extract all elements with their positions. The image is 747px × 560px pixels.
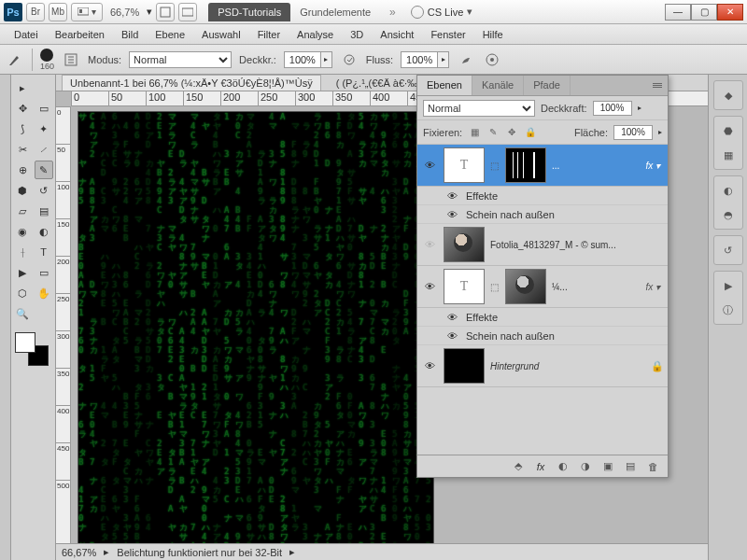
layer-row[interactable]: 👁 T ⬚ ¼... fx ▾: [417, 266, 668, 308]
delete-layer-icon[interactable]: 🗑: [645, 459, 660, 474]
brush-preview-icon[interactable]: [40, 49, 53, 62]
lock-paint-icon[interactable]: ✎: [486, 126, 500, 139]
menu-filter[interactable]: Filter: [249, 26, 289, 43]
tab-ebenen[interactable]: Ebenen: [417, 76, 472, 95]
layer-row[interactable]: 👁 T ⬚ ... fx ▾: [417, 145, 668, 187]
healing-tool[interactable]: ⊕: [13, 161, 32, 179]
lock-all-icon[interactable]: 🔒: [524, 126, 537, 139]
panel-menu-icon[interactable]: [647, 76, 668, 95]
visibility-toggle-icon[interactable]: 👁: [421, 236, 438, 253]
pen-tool[interactable]: ⟊: [13, 243, 32, 261]
screen-mode-button[interactable]: [178, 3, 197, 21]
ruler-vertical[interactable]: 050100150200250300350400450500: [56, 106, 71, 543]
layer-name[interactable]: Fotolia_4813297_M - © sum...: [490, 240, 664, 250]
visibility-toggle-icon[interactable]: 👁: [421, 357, 438, 374]
document-tab[interactable]: Unbenannt-1 bei 66,7% (¼:xÄ•Y €3öÚ€yÈ8¦!…: [62, 75, 321, 91]
stamp-tool[interactable]: ⬢: [13, 181, 32, 200]
status-zoom[interactable]: 66,67%: [62, 547, 96, 558]
layer-mask-thumbnail[interactable]: [505, 269, 546, 304]
type-tool[interactable]: T: [35, 243, 53, 261]
layer-fx-badge[interactable]: fx ▾: [645, 282, 664, 292]
hand-tool[interactable]: ✋: [35, 284, 53, 302]
workspace-tab-grundelemente[interactable]: Grundelemente: [290, 3, 380, 21]
layer-name[interactable]: Hintergrund: [490, 361, 645, 371]
lasso-tool[interactable]: ⟆: [13, 119, 32, 138]
tools-collapse-icon[interactable]: ▸: [13, 78, 32, 97]
shape-tool[interactable]: ▭: [35, 263, 53, 282]
mask-link-icon[interactable]: ⬚: [490, 282, 500, 292]
bridge-button[interactable]: Br: [26, 3, 45, 21]
tablet-size-icon[interactable]: [483, 50, 501, 69]
opacity-arrow-icon[interactable]: ▸: [321, 51, 332, 68]
layer-fx-badge[interactable]: fx ▾: [645, 161, 664, 171]
swatches-panel-icon[interactable]: ⬣: [717, 119, 740, 142]
layer-effect-outer-glow[interactable]: 👁Schein nach außen: [417, 327, 668, 345]
layer-name[interactable]: ...: [552, 161, 640, 171]
tablet-opacity-icon[interactable]: [340, 50, 359, 69]
layer-row[interactable]: 👁 Fotolia_4813297_M - © sum...: [417, 224, 668, 266]
visibility-toggle-icon[interactable]: 👁: [445, 189, 458, 203]
styles-panel-icon[interactable]: ▦: [717, 144, 740, 166]
3d-tool[interactable]: ⬡: [13, 284, 32, 302]
path-select-tool[interactable]: ▶: [13, 263, 32, 282]
history-panel-icon[interactable]: ↺: [717, 239, 740, 261]
lock-transparency-icon[interactable]: ▦: [468, 126, 481, 139]
minimize-button[interactable]: —: [665, 4, 691, 21]
layer-row[interactable]: 👁 Hintergrund 🔒: [417, 345, 668, 387]
view-rulers-button[interactable]: [156, 3, 175, 21]
eyedropper-tool[interactable]: ⟋: [35, 140, 53, 159]
visibility-toggle-icon[interactable]: 👁: [421, 278, 438, 295]
adjustment-layer-icon[interactable]: ◑: [578, 459, 593, 474]
cslive-button[interactable]: CS Live▾: [411, 6, 473, 19]
blur-tool[interactable]: ◉: [13, 222, 32, 241]
gradient-tool[interactable]: ▤: [35, 202, 53, 220]
menu-bearbeiten[interactable]: Bearbeiten: [47, 26, 113, 43]
magic-wand-tool[interactable]: ✦: [35, 119, 53, 138]
adjustments-panel-icon[interactable]: ◐: [717, 179, 740, 202]
view-extras-button[interactable]: ▾: [71, 3, 103, 21]
menu-hilfe[interactable]: Hilfe: [474, 26, 512, 43]
close-button[interactable]: ✕: [717, 4, 743, 21]
layer-mask-thumbnail[interactable]: [505, 147, 546, 183]
layer-blend-mode-select[interactable]: Normal: [423, 100, 535, 117]
lock-position-icon[interactable]: ✥: [505, 126, 518, 139]
layer-thumbnail[interactable]: T: [444, 147, 485, 183]
visibility-toggle-icon[interactable]: 👁: [445, 329, 458, 343]
visibility-toggle-icon[interactable]: 👁: [445, 311, 458, 324]
layer-effects-row[interactable]: 👁Effekte: [417, 308, 668, 327]
blend-mode-select[interactable]: Normal: [129, 51, 232, 68]
menu-3d[interactable]: 3D: [342, 26, 372, 43]
zoom-level-display[interactable]: 66,7%: [106, 7, 143, 18]
layer-thumbnail[interactable]: T: [444, 269, 485, 304]
crop-tool[interactable]: ✂: [13, 140, 32, 159]
dodge-tool[interactable]: ◐: [35, 222, 53, 241]
layer-thumbnail[interactable]: [444, 227, 485, 262]
foreground-color-swatch[interactable]: [15, 332, 35, 353]
canvas[interactable]: サ ヤ ナ 9 5 タ B E 0 A A ワ 2 1 7 6 0 タ 2 ナ …: [78, 112, 433, 543]
menu-bild[interactable]: Bild: [113, 26, 147, 43]
layer-style-icon[interactable]: fx: [533, 459, 548, 474]
tab-pfade[interactable]: Pfade: [524, 76, 571, 95]
link-layers-icon[interactable]: ⬘: [511, 459, 526, 474]
layer-name[interactable]: ¼...: [552, 282, 640, 292]
workspace-tab-psd-tutorials[interactable]: PSD-Tutorials: [208, 3, 290, 21]
visibility-toggle-icon[interactable]: 👁: [421, 157, 438, 174]
flow-arrow-icon[interactable]: ▸: [438, 51, 449, 68]
layer-opacity-input[interactable]: [593, 101, 632, 116]
fill-input[interactable]: [613, 125, 653, 140]
visibility-toggle-icon[interactable]: 👁: [445, 208, 458, 221]
flow-input[interactable]: [401, 51, 438, 68]
brush-panel-toggle-icon[interactable]: [62, 50, 80, 69]
brush-tool[interactable]: ✎: [35, 161, 53, 179]
marquee-tool[interactable]: ▭: [35, 99, 53, 118]
airbrush-icon[interactable]: [457, 50, 475, 69]
new-layer-icon[interactable]: ▤: [623, 459, 638, 474]
tab-kanaele[interactable]: Kanäle: [472, 76, 524, 95]
menu-auswahl[interactable]: Auswahl: [193, 26, 249, 43]
workspace-overflow-icon[interactable]: »: [384, 6, 402, 19]
brush-tool-preset-icon[interactable]: [6, 50, 24, 69]
zoom-tool[interactable]: 🔍: [13, 304, 32, 323]
menu-ebene[interactable]: Ebene: [147, 26, 193, 43]
opacity-input[interactable]: [284, 51, 321, 68]
layer-effect-outer-glow[interactable]: 👁Schein nach außen: [417, 205, 668, 224]
